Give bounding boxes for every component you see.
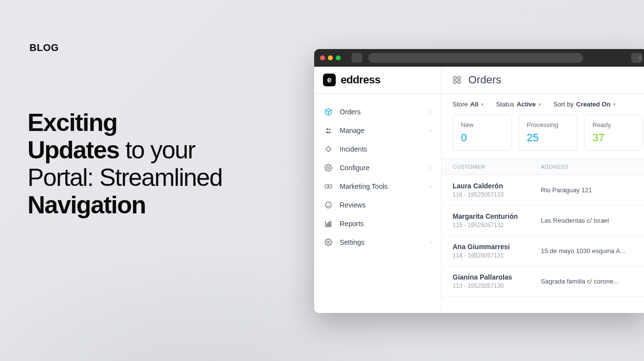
sidebar-item-label: Configure	[340, 164, 370, 172]
sidebar-item-orders[interactable]: Orders›	[314, 103, 441, 121]
customer-name: Laura Calderón	[453, 182, 541, 190]
sidebar-item-settings[interactable]: Settings›	[314, 233, 441, 252]
table-header: CUSTOMER ADDRESS	[442, 158, 644, 175]
filter-sort[interactable]: Sort by Created On ▾	[554, 101, 616, 108]
cash-icon	[324, 182, 333, 191]
browser-window: × e eddress Orders›Manage›IncidentsConfi…	[314, 49, 644, 313]
chevron-right-icon: ›	[429, 183, 431, 190]
page-category-label: BLOG	[29, 42, 59, 53]
browser-chrome: ×	[314, 49, 644, 67]
card-value: 0	[461, 131, 503, 144]
svg-rect-11	[458, 77, 460, 79]
sidebar-item-label: Reports	[340, 220, 364, 228]
page-title: Orders	[468, 74, 501, 86]
chart-icon	[324, 219, 333, 228]
grid-icon	[453, 76, 461, 84]
svg-rect-12	[454, 81, 456, 83]
table-row[interactable]: Laura Calderón116 - 19525057133Rio Parag…	[442, 175, 644, 206]
card-label: Processing	[527, 121, 569, 129]
table-row[interactable]: Gianina Pallarolas113 - 19525057130Sagra…	[442, 266, 644, 297]
main-panel: Orders Store All ▾ Status Active ▾ Sort …	[442, 67, 644, 313]
traffic-lights[interactable]	[320, 55, 341, 60]
status-cards: New0Processing25Ready37	[442, 115, 644, 158]
table-row[interactable]: Ana Giummarresi114 - 1952505713115 de ma…	[442, 236, 644, 266]
card-label: Ready	[592, 121, 635, 129]
sidebar-item-configure[interactable]: Configure›	[314, 158, 441, 177]
brand[interactable]: e eddress	[314, 67, 441, 94]
chevron-right-icon: ›	[429, 164, 431, 171]
sidebar-item-manage[interactable]: Manage›	[314, 121, 441, 140]
tag-icon	[324, 145, 333, 154]
sidebar-item-label: Orders	[340, 108, 361, 116]
sidebar-item-label: Manage	[340, 127, 365, 134]
sidebar-item-label: Reviews	[340, 201, 366, 209]
address-cell: Rio Paraguay 121	[541, 186, 637, 194]
address-bar[interactable]	[368, 53, 583, 63]
svg-rect-13	[458, 81, 460, 83]
customer-cell: Gianina Pallarolas113 - 19525057130	[453, 273, 541, 289]
smile-icon	[324, 201, 333, 209]
sidebar-item-label: Incidents	[340, 145, 367, 153]
chevron-down-icon: ▾	[538, 102, 541, 107]
sidebar-item-label: Settings	[340, 238, 365, 246]
card-value: 37	[592, 131, 635, 144]
minimize-dot[interactable]	[328, 55, 333, 60]
customer-id: 113 - 19525057130	[453, 283, 541, 289]
chevron-right-icon: ›	[429, 127, 431, 134]
svg-rect-3	[325, 185, 331, 188]
customer-cell: Margarita Centurión115 - 19525057132	[453, 212, 541, 229]
table-body: Laura Calderón116 - 19525057133Rio Parag…	[442, 175, 644, 297]
sidebar-item-marketing-tools[interactable]: Marketing Tools›	[314, 177, 441, 196]
headline: Exciting Updates to your Portal: Streaml…	[27, 109, 283, 219]
svg-rect-8	[330, 221, 331, 226]
svg-point-1	[329, 129, 330, 130]
card-value: 25	[527, 131, 569, 144]
customer-name: Ana Giummarresi	[453, 243, 541, 251]
maximize-dot[interactable]	[336, 55, 341, 60]
svg-point-2	[327, 167, 329, 169]
sidebar-item-incidents[interactable]: Incidents	[314, 140, 441, 158]
customer-id: 115 - 19525057132	[453, 222, 541, 229]
status-card-processing[interactable]: Processing25	[518, 115, 577, 151]
filter-status[interactable]: Status Active ▾	[496, 101, 541, 108]
close-icon[interactable]: ×	[638, 54, 642, 62]
chevron-down-icon: ▾	[481, 102, 483, 107]
sidebar-item-reviews[interactable]: Reviews	[314, 196, 441, 214]
address-cell: 15 de mayo 1030 esquina A...	[541, 247, 637, 255]
svg-rect-6	[327, 224, 328, 226]
sidebar: e eddress Orders›Manage›IncidentsConfigu…	[314, 67, 442, 313]
chevron-right-icon: ›	[429, 108, 431, 115]
main-header: Orders	[442, 67, 644, 94]
sidebar-item-reports[interactable]: Reports	[314, 214, 441, 233]
customer-cell: Laura Calderón116 - 19525057133	[453, 182, 541, 198]
address-cell: Sagrada familia c/ corone...	[541, 278, 637, 285]
svg-rect-10	[454, 77, 456, 79]
gear-icon	[324, 163, 333, 172]
customer-id: 114 - 19525057131	[453, 252, 541, 259]
svg-point-9	[327, 241, 329, 243]
browser-shield-icon	[351, 53, 362, 63]
svg-point-4	[328, 186, 329, 187]
col-address: ADDRESS	[541, 164, 637, 170]
nav: Orders›Manage›IncidentsConfigure›Marketi…	[314, 94, 441, 260]
address-cell: Las Residentas c/ Israel	[541, 217, 637, 224]
filter-store[interactable]: Store All ▾	[453, 101, 483, 108]
customer-id: 116 - 19525057133	[453, 191, 541, 198]
customer-name: Gianina Pallarolas	[453, 273, 541, 281]
col-customer: CUSTOMER	[453, 164, 541, 170]
table-row[interactable]: Margarita Centurión115 - 19525057132Las …	[442, 206, 644, 236]
svg-point-0	[326, 128, 328, 130]
filters-bar: Store All ▾ Status Active ▾ Sort by Crea…	[442, 94, 644, 115]
chevron-down-icon: ▾	[613, 102, 616, 107]
cube-icon	[324, 107, 333, 116]
sidebar-item-label: Marketing Tools	[340, 182, 388, 190]
close-dot[interactable]	[320, 55, 325, 60]
customer-name: Margarita Centurión	[453, 212, 541, 220]
card-label: New	[461, 121, 503, 129]
app-shell: e eddress Orders›Manage›IncidentsConfigu…	[314, 67, 644, 313]
status-card-new[interactable]: New0	[453, 115, 511, 151]
svg-rect-7	[328, 222, 329, 226]
logo-icon: e	[323, 74, 336, 86]
status-card-ready[interactable]: Ready37	[584, 115, 643, 151]
chevron-right-icon: ›	[429, 239, 431, 246]
